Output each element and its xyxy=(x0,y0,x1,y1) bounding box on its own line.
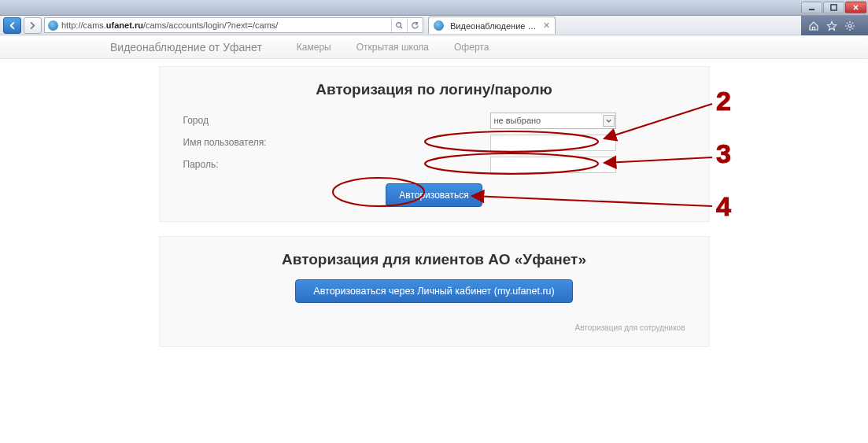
svg-rect-1 xyxy=(831,5,837,10)
site-nav: Видеонаблюдение от Уфанет Камеры Открыта… xyxy=(0,35,868,59)
address-bar[interactable]: http://cams.ufanet.ru/cams/accounts/logi… xyxy=(44,17,423,33)
username-label: Имя пользователя: xyxy=(183,137,388,148)
search-dropdown[interactable] xyxy=(391,18,407,32)
window-close-button[interactable] xyxy=(845,2,866,13)
brand-title: Видеонаблюдение от Уфанет xyxy=(110,41,262,54)
home-icon[interactable] xyxy=(807,20,819,31)
staff-auth-link[interactable]: Авторизация для сотрудников xyxy=(183,323,685,332)
client-login-button[interactable]: Авторизоваться через Личный кабинет (my.… xyxy=(295,279,572,303)
svg-line-9 xyxy=(851,28,852,28)
tab-title: Видеонаблюдение от Уфа... xyxy=(450,21,537,31)
password-input[interactable] xyxy=(490,157,616,173)
back-button[interactable] xyxy=(3,17,21,34)
browser-toolbar: http://cams.ufanet.ru/cams/accounts/logi… xyxy=(0,16,801,35)
client-panel: Авторизация для клиентов АО «Уфанет» Авт… xyxy=(159,236,710,347)
nav-link-cameras[interactable]: Камеры xyxy=(297,42,331,53)
tab-close-button[interactable]: ✕ xyxy=(543,20,550,31)
ie-icon xyxy=(434,20,444,31)
address-url: http://cams.ufanet.ru/cams/accounts/logi… xyxy=(61,20,391,30)
city-selected-value: не выбрано xyxy=(494,116,541,125)
forward-button[interactable] xyxy=(24,17,42,34)
chevron-down-icon xyxy=(603,115,615,127)
city-label: Город xyxy=(183,115,388,126)
login-submit-button[interactable]: Авторизоваться xyxy=(386,183,482,207)
nav-link-open-school[interactable]: Открытая школа xyxy=(356,42,429,53)
nav-link-offer[interactable]: Оферта xyxy=(454,42,489,53)
username-input[interactable] xyxy=(490,135,616,151)
svg-rect-0 xyxy=(809,9,814,10)
ie-icon xyxy=(48,20,58,31)
city-select[interactable]: не выбрано xyxy=(490,113,616,129)
svg-line-8 xyxy=(846,22,847,23)
window-maximize-button[interactable] xyxy=(823,2,844,13)
svg-point-3 xyxy=(848,24,851,28)
svg-point-2 xyxy=(397,22,401,27)
login-panel: Авторизация по логину/паролю Город не вы… xyxy=(159,66,710,222)
window-minimize-button[interactable] xyxy=(801,2,822,13)
refresh-button[interactable] xyxy=(407,18,423,32)
svg-line-11 xyxy=(846,28,847,28)
client-heading: Авторизация для клиентов АО «Уфанет» xyxy=(183,251,685,268)
browser-tab[interactable]: Видеонаблюдение от Уфа... ✕ xyxy=(428,17,556,34)
star-icon[interactable] xyxy=(826,20,837,31)
browser-right-buttons xyxy=(801,16,868,35)
gear-icon[interactable] xyxy=(844,20,855,31)
window-titlebar xyxy=(0,0,868,16)
svg-line-10 xyxy=(851,22,852,23)
login-heading: Авторизация по логину/паролю xyxy=(183,81,685,98)
password-label: Пароль: xyxy=(183,159,388,170)
